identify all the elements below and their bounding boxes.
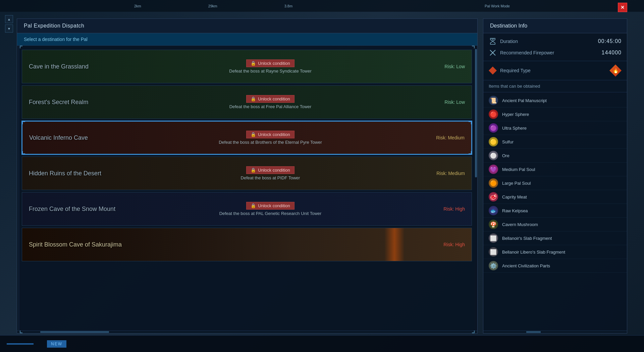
hud-button-2[interactable]: ▼	[5, 25, 13, 33]
item-icon-6: 🟠	[489, 178, 498, 188]
required-type-label: Required Type	[489, 67, 531, 75]
items-title: Items that can be obtained	[483, 80, 627, 92]
left-panel: Pal Expedition Dispatch Select a destina…	[17, 18, 478, 334]
risk-label-6: Risk: High	[418, 242, 465, 247]
lock-icon-1: 🔒	[251, 61, 256, 66]
item-name-0: Ancient Pal Manuscript	[502, 98, 547, 103]
item-row-4: ⚪ Ore	[483, 149, 627, 163]
item-row-11: ⬜ Bellanoir Libero's Slab Fragment	[483, 245, 627, 259]
bottom-progress	[7, 343, 34, 345]
item-row-1: 🔴 Hyper Sphere	[483, 107, 627, 121]
unlock-text-1: Defeat the boss at Rayne Syndicate Tower	[229, 69, 311, 74]
risk-label-4: Risk: Medium	[418, 171, 465, 176]
unlock-text-2: Defeat the boss at Free Pal Alliance Tow…	[229, 104, 312, 109]
item-name-8: Raw Kelpsea	[502, 208, 528, 213]
items-section: Items that can be obtained 📜 Ancient Pal…	[483, 80, 627, 331]
destination-item-3[interactable]: Volcanic Inferno Cave 🔒 Unlock condition…	[22, 121, 472, 155]
duration-row: Duration 00:45:00	[489, 37, 622, 45]
risk-label-2: Risk: Low	[418, 99, 465, 105]
scrollbar-thumb[interactable]	[475, 49, 477, 177]
items-list: 📜 Ancient Pal Manuscript 🔴 Hyper Sphere …	[483, 92, 627, 331]
item-icon-4: ⚪	[489, 151, 498, 160]
risk-label-3: Risk: Medium	[418, 135, 465, 140]
item-icon-8: 🐟	[489, 206, 498, 215]
hourglass-icon	[489, 38, 496, 45]
right-panel-title: Destination Info	[483, 19, 627, 33]
dest-name-2: Forest's Secret Realm	[29, 99, 123, 106]
item-icon-0: 📜	[489, 96, 498, 105]
dest-content-2: Forest's Secret Realm 🔒 Unlock condition…	[22, 86, 472, 119]
item-row-8: 🐟 Raw Kelpsea	[483, 204, 627, 218]
duration-value: 00:45:00	[598, 38, 622, 44]
item-row-12: ⚙️ Ancient Civilization Parts	[483, 259, 627, 273]
right-scroll-thumb[interactable]	[526, 331, 541, 333]
corner-deco-br	[472, 331, 475, 333]
item-row-6: 🟠 Large Pal Soul	[483, 176, 627, 190]
dest-content-1: Cave in the Grassland 🔒 Unlock condition…	[22, 50, 472, 83]
hud-button-1[interactable]: ▲	[5, 15, 13, 23]
left-panel-subtitle: Select a destination for the Pal	[17, 33, 477, 46]
item-name-7: Caprity Meat	[502, 194, 527, 200]
close-button[interactable]: ✕	[618, 3, 627, 12]
lock-icon-4: 🔒	[251, 168, 256, 173]
destination-item-2[interactable]: Forest's Secret Realm 🔒 Unlock condition…	[22, 85, 472, 119]
item-name-6: Large Pal Soul	[502, 181, 531, 186]
item-icon-2: 🟣	[489, 123, 498, 133]
destination-scrollbar[interactable]	[475, 46, 477, 331]
item-row-2: 🟣 Ultra Sphere	[483, 121, 627, 135]
destination-item-5[interactable]: Frozen Cave of the Snow Mount 🔒 Unlock c…	[22, 192, 472, 226]
destination-item-1[interactable]: Cave in the Grassland 🔒 Unlock condition…	[22, 50, 472, 83]
item-name-9: Cavern Mushroom	[502, 222, 538, 227]
lock-icon-3: 🔒	[251, 132, 256, 137]
hud-distance-3: 3.8m	[284, 4, 292, 8]
unlock-center-5: 🔒 Unlock condition Defeat the boss at PA…	[123, 202, 418, 216]
item-icon-12: ⚙️	[489, 261, 498, 270]
firepower-value: 144000	[602, 50, 622, 56]
destination-list: Cave in the Grassland 🔒 Unlock condition…	[19, 46, 475, 331]
unlock-badge-3: 🔒 Unlock condition	[246, 131, 294, 138]
pal-work-mode: Pal Work Mode	[485, 4, 510, 8]
hud-left-buttons: ▲ ▼	[5, 15, 13, 33]
fire-type-icon: 🔥	[609, 64, 622, 77]
item-name-12: Ancient Civilization Parts	[502, 263, 550, 268]
unlock-text-3: Defeat the boss at Brothers of the Etern…	[219, 140, 322, 145]
dest-name-1: Cave in the Grassland	[29, 63, 123, 70]
item-name-4: Ore	[502, 153, 509, 158]
item-icon-7: 🥩	[489, 192, 498, 202]
corner-deco-bl	[20, 331, 22, 333]
dest-content-5: Frozen Cave of the Snow Mount 🔒 Unlock c…	[22, 192, 472, 225]
crossed-swords-icon	[489, 49, 496, 56]
hud-distance-1: 2km	[134, 4, 141, 8]
required-type-row: Required Type 🔥	[483, 61, 627, 80]
dest-name-4: Hidden Ruins of the Desert	[29, 170, 123, 177]
item-row-0: 📜 Ancient Pal Manuscript	[483, 94, 627, 107]
item-icon-5: 💜	[489, 165, 498, 174]
lock-icon-2: 🔒	[251, 96, 256, 101]
destination-item-4[interactable]: Hidden Ruins of the Desert 🔒 Unlock cond…	[22, 157, 472, 190]
item-name-1: Hyper Sphere	[502, 112, 529, 117]
firepower-label: Recommended Firepower	[489, 49, 554, 57]
hud-distance-2: 29km	[208, 4, 217, 8]
firepower-icon	[489, 49, 497, 57]
risk-label-1: Risk: Low	[418, 64, 465, 69]
risk-label-5: Risk: High	[418, 206, 465, 212]
bottom-scroll-thumb[interactable]	[40, 331, 109, 333]
type-diamond-icon	[489, 67, 497, 75]
item-row-5: 💜 Medium Pal Soul	[483, 163, 627, 176]
duration-icon	[489, 37, 497, 45]
unlock-badge-5: 🔒 Unlock condition	[246, 202, 294, 210]
unlock-text-5: Defeat the boss at PAL Genetic Research …	[219, 211, 322, 216]
dest-name-5: Frozen Cave of the Snow Mount	[29, 206, 123, 213]
lock-icon-5: 🔒	[251, 203, 256, 208]
new-badge: NEW	[47, 340, 66, 348]
item-row-3: 🟡 Sulfur	[483, 135, 627, 149]
dest-name-6: Spirit Blossom Cave of Sakurajima	[29, 241, 163, 248]
unlock-center-2: 🔒 Unlock condition Defeat the boss at Fr…	[123, 95, 418, 109]
unlock-center-3: 🔒 Unlock condition Defeat the boss at Br…	[123, 131, 418, 145]
fire-emoji: 🔥	[613, 68, 619, 73]
destination-item-6[interactable]: Spirit Blossom Cave of Sakurajima Risk: …	[22, 228, 472, 261]
item-icon-1: 🔴	[489, 109, 498, 119]
dest-name-3: Volcanic Inferno Cave	[29, 134, 123, 141]
item-row-7: 🥩 Caprity Meat	[483, 190, 627, 204]
bottom-bar: NEW	[0, 335, 644, 352]
